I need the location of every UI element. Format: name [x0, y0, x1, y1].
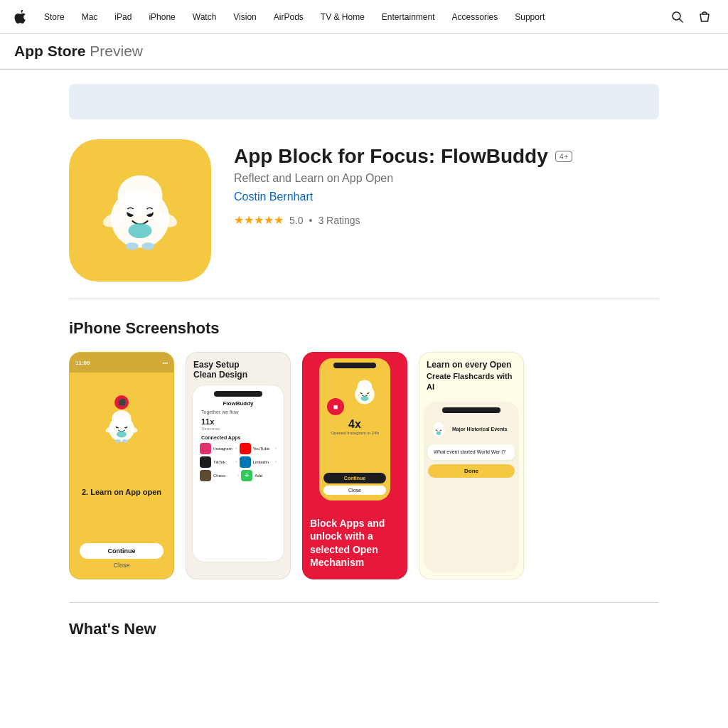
- ss3-caption: Block Apps and unlock with a selected Op…: [303, 511, 407, 579]
- ss1-status-bar: 11:09 ▪▪▪: [70, 353, 173, 373]
- nav-ipad[interactable]: iPad: [107, 9, 139, 25]
- screenshot-2: Easy SetupClean Design FlowBuddy Togethe…: [186, 352, 291, 579]
- ss2-count: 11x: [201, 417, 275, 426]
- nav-vision[interactable]: Vision: [226, 9, 263, 25]
- nav-tv-home[interactable]: TV & Home: [314, 9, 372, 25]
- rating-separator: •: [309, 215, 312, 226]
- whats-new-title: What's New: [69, 620, 659, 638]
- ss3-continue-btn[interactable]: Continue: [323, 473, 386, 483]
- nav-watch[interactable]: Watch: [186, 9, 224, 25]
- search-button[interactable]: [668, 8, 687, 26]
- app-header: App Block for Focus: FlowBuddy 4+ Reflec…: [69, 119, 659, 299]
- svg-point-21: [115, 439, 121, 443]
- ss3-phone-mockup: ■: [319, 358, 390, 500]
- ss4-heading-text: Learn on every OpenCreate Flashcards wit…: [427, 360, 516, 393]
- nav-mac[interactable]: Mac: [75, 9, 105, 25]
- ss3-stat: 4x: [319, 418, 390, 431]
- promo-banner: [69, 84, 659, 119]
- main-nav: Store Mac iPad iPhone Watch Vision AirPo…: [0, 0, 728, 34]
- ss2-count-label: Tomorrow: [201, 427, 275, 431]
- svg-point-11: [141, 242, 154, 250]
- svg-point-10: [126, 242, 139, 250]
- ss2-tagline: Together we flow: [201, 409, 275, 416]
- header-divider: [0, 69, 728, 70]
- svg-point-30: [357, 380, 372, 394]
- screenshot-4: Learn on every OpenCreate Flashcards wit…: [419, 352, 524, 579]
- screenshot-1: 11:09 ▪▪▪ ⬛: [69, 352, 174, 579]
- ss3-notch: [333, 363, 376, 368]
- ss4-mascot-icon: [428, 419, 449, 440]
- ratings-count: 3 Ratings: [318, 215, 360, 226]
- ss3-phone-area: ■: [303, 353, 407, 511]
- app-author[interactable]: Costin Bernhart: [234, 191, 659, 203]
- ss2-phone-mockup: FlowBuddy Together we flow 11x Tomorrow …: [192, 385, 284, 562]
- nav-icons: [668, 8, 714, 26]
- ss2-chess-icon: [200, 470, 211, 481]
- ss4-done-btn[interactable]: Done: [428, 464, 515, 478]
- ss1-buttons: Continue Close: [80, 543, 164, 569]
- ss3-stop-icon: ■: [319, 374, 390, 417]
- app-icon: [69, 139, 211, 282]
- nav-accessories[interactable]: Accessories: [445, 9, 505, 25]
- ss3-stop-symbol: ■: [333, 402, 338, 411]
- ss4-card-title: Major Historical Events: [452, 427, 507, 432]
- nav-store[interactable]: Store: [37, 9, 72, 25]
- ss4-heading: Learn on every OpenCreate Flashcards wit…: [419, 353, 523, 396]
- app-subtitle: Reflect and Learn on App Open: [234, 172, 659, 185]
- svg-point-23: [112, 410, 131, 428]
- age-badge: 4+: [555, 151, 573, 162]
- breadcrumb-separator: Preview: [90, 43, 143, 60]
- ss2-heading-text: Easy SetupClean Design: [193, 360, 283, 380]
- ss3-close-btn[interactable]: Close: [323, 486, 386, 495]
- ss4-question-card: What event started World War I?: [428, 444, 515, 460]
- app-title-row: App Block for Focus: FlowBuddy 4+: [234, 145, 659, 168]
- ss2-arrow-4: ›: [275, 459, 277, 464]
- screenshots-title: iPhone Screenshots: [69, 319, 659, 338]
- breadcrumb: App Store Preview: [0, 34, 728, 69]
- ss1-label: 2. Learn on App open: [75, 488, 168, 496]
- ss2-app-name: FlowBuddy: [197, 400, 279, 407]
- ss2-linkedin-name: LinkedIn: [253, 460, 273, 464]
- ss4-mascot-row: Major Historical Events: [428, 419, 515, 440]
- nav-iphone[interactable]: iPhone: [141, 9, 182, 25]
- rating-value: 5.0: [289, 215, 303, 226]
- ss1-time: 11:09: [75, 360, 90, 366]
- screenshot-3: ■: [302, 352, 407, 579]
- apple-logo[interactable]: [14, 10, 26, 23]
- nav-support[interactable]: Support: [508, 9, 552, 25]
- nav-airpods[interactable]: AirPods: [267, 9, 311, 25]
- ss2-linkedin-icon: [240, 456, 251, 468]
- ss1-continue-btn[interactable]: Continue: [80, 543, 164, 559]
- bag-button[interactable]: [695, 8, 714, 26]
- svg-point-36: [437, 432, 441, 434]
- ss2-instagram-icon: [200, 443, 211, 454]
- ss2-youtube-icon: [240, 443, 251, 454]
- ss2-chess-name: Chess: [213, 473, 235, 478]
- ss2-notch: [214, 391, 262, 397]
- nav-entertainment[interactable]: Entertainment: [375, 9, 442, 25]
- nav-links: Store Mac iPad iPhone Watch Vision AirPo…: [37, 9, 668, 25]
- ss2-tiktok-icon: [200, 456, 211, 468]
- ss2-arrow-1: ›: [235, 446, 237, 451]
- ss2-app-row-2: TikTok › LinkedIn ›: [200, 456, 277, 468]
- svg-point-18: [117, 431, 127, 437]
- screenshots-row: 11:09 ▪▪▪ ⬛: [69, 352, 659, 582]
- ss2-arrow-2: ›: [275, 446, 277, 451]
- ss2-app-row-3: Chess › + Add: [200, 470, 277, 481]
- ss3-stat-label: Opened Instagram in 24h: [319, 431, 390, 435]
- ss4-phone-mockup: Major Historical Events What event start…: [424, 402, 519, 572]
- ss3-action-btns: Continue Close: [323, 473, 386, 495]
- ss4-notch: [442, 407, 500, 413]
- ss2-add-name: Add: [255, 473, 277, 478]
- screenshots-section: iPhone Screenshots 11:09 ▪▪▪ ⬛: [69, 299, 659, 602]
- ss1-close-btn[interactable]: Close: [80, 562, 164, 569]
- svg-point-12: [118, 176, 163, 216]
- ss2-connected-label: Connected Apps: [201, 435, 275, 440]
- main-content: App Block for Focus: FlowBuddy 4+ Reflec…: [55, 84, 673, 670]
- appstore-label: App Store: [14, 43, 85, 60]
- svg-point-7: [129, 223, 152, 238]
- app-title: App Block for Focus: FlowBuddy: [234, 145, 548, 168]
- app-icon-svg: [87, 157, 193, 264]
- ss2-youtube-name: YouTube: [253, 446, 273, 451]
- svg-point-29: [360, 396, 368, 401]
